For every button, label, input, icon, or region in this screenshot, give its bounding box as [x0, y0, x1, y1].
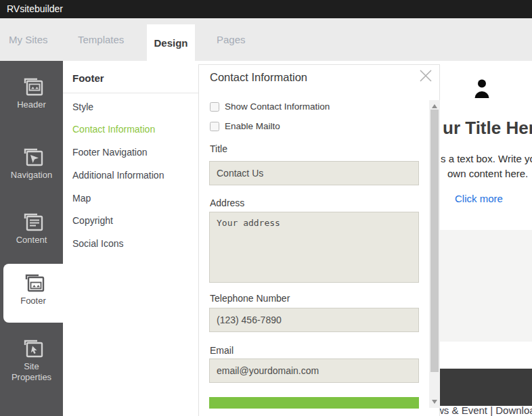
enable-mailto-checkbox[interactable] [210, 122, 219, 131]
screen: RVsitebuilder My Sites Templates Design … [0, 0, 532, 416]
tab-my-sites-label: My Sites [9, 34, 48, 45]
preview-title-text: ur Title Her [443, 118, 532, 139]
sidebar-item-navigation-label: Navigation [0, 170, 63, 181]
sidebar-item-header-label: Header [0, 99, 63, 110]
preview-gray-section: wn content here. This [440, 230, 532, 342]
person-icon [474, 79, 490, 99]
dialog-title: Contact Information [210, 71, 307, 84]
scroll-up-icon[interactable] [432, 104, 437, 108]
panel-item-contact-information[interactable]: Contact Information [72, 124, 155, 135]
sidebar-item-footer-label: Footer [3, 296, 63, 306]
scrollbar-thumb[interactable] [430, 110, 439, 372]
email-field-label: Email [210, 345, 234, 356]
show-contact-information-label: Show Contact Information [225, 101, 330, 112]
site-preview: ur Title Her s a text box. Write yo own … [440, 61, 532, 416]
show-contact-information-checkbox-row[interactable]: Show Contact Information [210, 101, 330, 112]
title-field[interactable] [209, 161, 419, 185]
sidebar-item-navigation[interactable]: Navigation [0, 147, 63, 181]
panel-item-copyright[interactable]: Copyright [72, 215, 113, 226]
panel-item-map[interactable]: Map [72, 193, 91, 204]
panel-item-social-icons[interactable]: Social Icons [72, 238, 123, 249]
sidebar-item-footer[interactable]: Footer [3, 264, 63, 323]
tab-templates[interactable]: Templates [78, 18, 124, 61]
save-button[interactable] [209, 397, 419, 409]
scroll-down-icon[interactable] [432, 400, 437, 404]
sidebar-item-site-properties-label: Site Properties [8, 361, 56, 384]
main-tab-bar: My Sites Templates Design Pages [0, 18, 532, 61]
tab-my-sites[interactable]: My Sites [9, 18, 48, 61]
contact-information-dialog: Contact Information Show Contact Informa… [198, 64, 440, 416]
navigation-icon [20, 147, 44, 168]
sidebar-item-site-properties[interactable]: Site Properties [0, 339, 63, 384]
panel-title: Footer [72, 72, 104, 84]
telephone-field[interactable] [209, 308, 419, 332]
panel-divider [63, 93, 198, 93]
email-field[interactable] [209, 359, 419, 383]
tab-pages[interactable]: Pages [217, 18, 246, 61]
sidebar-item-header[interactable]: Header [0, 77, 63, 110]
preview-dark-bar [440, 369, 532, 406]
enable-mailto-checkbox-row[interactable]: Enable Mailto [210, 121, 280, 131]
footer-icon [21, 273, 45, 294]
panel-item-footer-navigation[interactable]: Footer Navigation [72, 147, 148, 158]
header-icon [20, 77, 44, 97]
address-field-label: Address [210, 198, 244, 208]
design-sidebar: Header Navigation Content [0, 61, 63, 416]
app-title: RVsitebuilder [0, 0, 532, 18]
tab-templates-label: Templates [78, 34, 124, 45]
enable-mailto-label: Enable Mailto [225, 121, 280, 131]
tab-design[interactable]: Design [147, 24, 195, 61]
content-icon [20, 212, 44, 233]
close-icon[interactable] [418, 68, 434, 84]
click-more-link[interactable]: Click more [455, 193, 503, 204]
panel-item-additional-information[interactable]: Additional Information [72, 170, 164, 181]
tab-pages-label: Pages [217, 34, 246, 45]
show-contact-information-checkbox[interactable] [210, 102, 219, 112]
preview-footer-links[interactable]: ws & Event | Downloa [440, 405, 532, 416]
title-field-label: Title [210, 143, 227, 154]
sidebar-item-content[interactable]: Content [0, 212, 63, 246]
address-field[interactable]: Your address [209, 212, 419, 283]
dialog-scrollbar[interactable] [429, 100, 440, 408]
preview-paragraph-line1: s a text box. Write yo [441, 153, 532, 164]
site-properties-icon [20, 339, 44, 359]
tab-design-label: Design [154, 37, 187, 49]
panel-item-style[interactable]: Style [72, 101, 93, 112]
footer-options-panel: Footer Style Contact Information Footer … [63, 61, 198, 416]
telephone-field-label: Telephone Number [210, 293, 290, 304]
preview-paragraph-line2: own content here. [447, 168, 528, 179]
sidebar-item-content-label: Content [0, 235, 63, 246]
